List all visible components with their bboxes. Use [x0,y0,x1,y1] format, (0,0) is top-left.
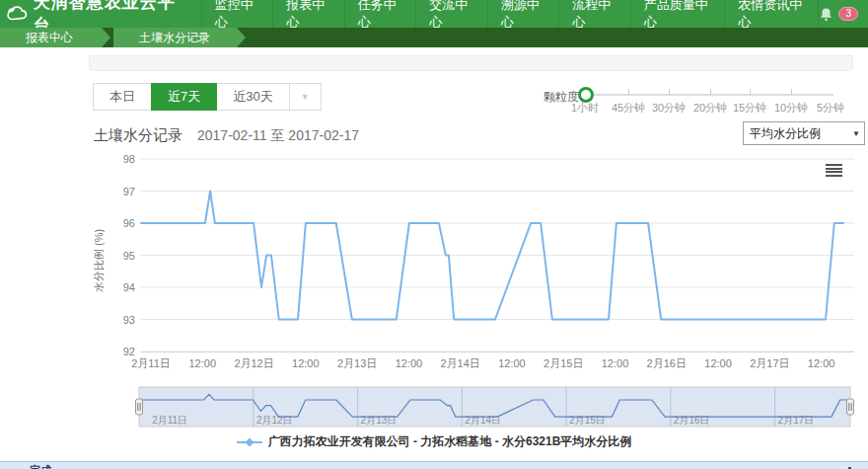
nav-item-task[interactable]: 任务中心 [345,0,417,28]
granularity-option-label[interactable]: 45分钟 [612,101,645,116]
slider-track[interactable] [585,94,833,96]
nav-item-agri-news[interactable]: 农情资讯中心 [725,0,819,28]
range-button-7days[interactable]: 近7天 [151,83,217,111]
breadcrumb-tab-report-center[interactable]: 报表中心 [0,28,110,47]
date-range: 2017-02-11 至 2017-02-17 [197,127,359,145]
main-nav: 监控中心 报表中心 任务中心 交流中心 溯源中心 流程中心 产品质量中心 农情资… [201,0,820,28]
notification-bell-icon[interactable] [819,7,833,22]
collapsed-filter-panel[interactable] [89,55,853,71]
svg-text:2月16日: 2月16日 [647,357,687,369]
status-bar: 完成 [0,461,868,469]
nav-item-quality[interactable]: 产品质量中心 [631,0,725,28]
svg-text:2月14日: 2月14日 [441,357,480,369]
svg-text:12:00: 12:00 [704,357,732,369]
legend-marker-icon [237,436,262,448]
svg-text:97: 97 [123,186,135,197]
navigator-left-handle[interactable] [136,399,143,415]
metric-select-value: 平均水分比例 [750,125,821,142]
top-bar: 天润智慧农业云平台 监控中心 报表中心 任务中心 交流中心 溯源中心 流程中心 … [0,0,868,28]
svg-text:98: 98 [123,153,135,165]
chart-menu-icon[interactable] [826,164,842,177]
range-button-today[interactable]: 本日 [93,83,152,111]
svg-text:12:00: 12:00 [189,357,217,369]
dropdown-caret-icon: ▼ [852,129,860,138]
caret-down-icon: ▼ [301,92,310,102]
nav-item-process[interactable]: 流程中心 [559,0,631,28]
navigator-right-handle[interactable] [847,399,854,415]
slider-tick [628,89,629,95]
granularity-option-label[interactable]: 5分钟 [817,101,844,116]
svg-text:92: 92 [123,346,135,357]
legend[interactable]: 广西力拓农业开发有限公司 - 力拓水稻基地 - 水分6321B平均水分比例 [0,433,868,450]
svg-text:2月11日: 2月11日 [131,357,171,369]
cloud-leaf-logo-icon [6,4,30,24]
svg-text:12:00: 12:00 [498,357,526,369]
slider-tick [750,89,751,95]
svg-text:12:00: 12:00 [292,357,320,369]
breadcrumb: 报表中心 土壤水分记录 [0,28,868,47]
svg-text:96: 96 [123,217,135,229]
svg-text:2月13日: 2月13日 [337,357,377,369]
navigator-mini-chart[interactable]: 2月11日2月12日2月13日2月14日2月15日2月16日2月17日 [131,386,861,430]
legend-label: 广西力拓农业开发有限公司 - 力拓水稻基地 - 水分6321B平均水分比例 [268,433,632,450]
svg-text:94: 94 [123,281,135,293]
status-bar-icon [844,464,854,469]
metric-select[interactable]: 平均水分比例 ▼ [743,121,865,145]
svg-text:2月11日: 2月11日 [152,415,187,426]
svg-text:93: 93 [123,314,135,326]
nav-item-trace[interactable]: 溯源中心 [488,0,560,28]
granularity-slider[interactable]: 1小时 45分钟 30分钟 20分钟 15分钟 10分钟 5分钟 [567,81,863,120]
nav-item-report[interactable]: 报表中心 [273,0,345,28]
granularity-option-label[interactable]: 30分钟 [652,101,686,116]
page-title: 土壤水分记录 [94,126,182,145]
svg-text:2月17日: 2月17日 [750,357,789,369]
slider-tick [669,89,670,95]
breadcrumb-tab-soil-moisture[interactable]: 土壤水分记录 [113,28,246,47]
range-dropdown-button[interactable]: ▼ [289,83,322,111]
svg-text:12:00: 12:00 [396,357,423,369]
svg-text:2月15日: 2月15日 [543,357,583,369]
status-text: 完成 [30,463,51,469]
svg-text:2月12日: 2月12日 [234,357,273,369]
moisture-line-chart: 98979695949392水分比例 (%)2月11日12:002月12日12:… [89,150,868,379]
range-button-30days[interactable]: 近30天 [216,83,289,111]
granularity-option-label[interactable]: 1小时 [571,101,599,116]
chart-area: 98979695949392水分比例 (%)2月11日12:002月12日12:… [89,150,868,379]
granularity-option-label[interactable]: 10分钟 [774,101,808,116]
notification-badge[interactable]: 3 [838,7,858,21]
nav-item-monitor[interactable]: 监控中心 [201,0,274,28]
svg-text:95: 95 [123,250,135,262]
granularity-option-label[interactable]: 15分钟 [733,101,766,116]
svg-text:12:00: 12:00 [808,357,835,369]
range-button-group: 本日 近7天 近30天 ▼ [94,83,322,111]
slider-tick [791,89,792,95]
svg-text:水分比例 (%): 水分比例 (%) [93,229,105,292]
granularity-option-label[interactable]: 20分钟 [693,101,727,116]
chart-navigator[interactable]: 2月11日2月12日2月13日2月14日2月15日2月16日2月17日 [131,386,861,430]
svg-text:12:00: 12:00 [602,357,629,369]
slider-tick [710,89,711,95]
nav-item-exchange[interactable]: 交流中心 [416,0,488,28]
screen: 天润智慧农业云平台 监控中心 报表中心 任务中心 交流中心 溯源中心 流程中心 … [0,0,868,469]
